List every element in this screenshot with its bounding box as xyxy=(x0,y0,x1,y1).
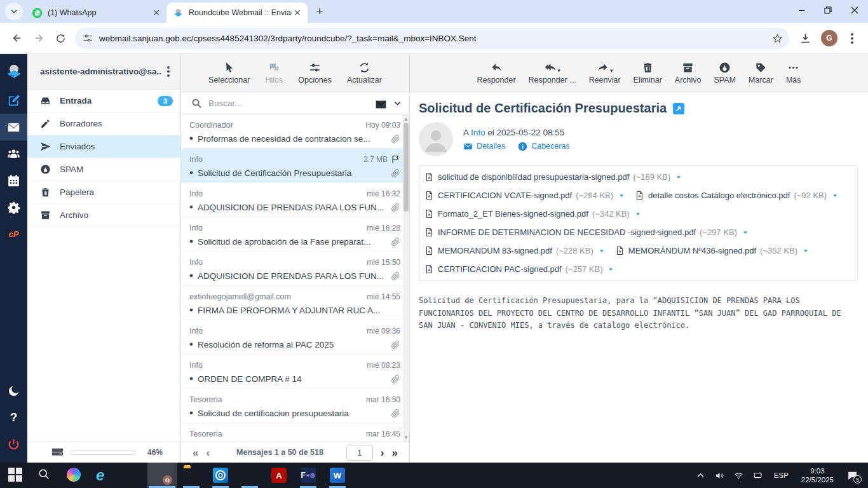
dropdown-caret-icon[interactable]: ▾ xyxy=(557,67,560,74)
first-page-button[interactable]: « xyxy=(189,447,202,458)
display-connect-icon[interactable] xyxy=(750,463,766,488)
attachment-item[interactable]: Formato_2_ET Bienes-signed-signed.pdf (~… xyxy=(424,205,651,223)
back-button[interactable] xyxy=(6,27,28,49)
next-page-button[interactable]: › xyxy=(377,447,388,458)
attachment-menu-caret-icon[interactable] xyxy=(803,248,809,254)
address-bar[interactable]: webmail.sanjuan.gob.ec/cpsess4485241302/… xyxy=(75,28,789,49)
page-number-input[interactable] xyxy=(346,445,373,461)
rail-item-logout[interactable] xyxy=(0,431,27,458)
attachment-item[interactable]: detalle costos Catálogo electrónico.pdf … xyxy=(635,186,848,205)
scroll-thumb[interactable] xyxy=(403,123,409,212)
taskbar-outlook[interactable]: O xyxy=(206,463,235,488)
last-page-button[interactable]: » xyxy=(388,447,402,458)
attachment-item[interactable]: MEMORANDUM 83-signed.pdf (~228 KB) xyxy=(424,241,615,260)
list-toolbar-options[interactable]: Opciones xyxy=(292,61,337,85)
list-toolbar-refresh[interactable]: Actualizar xyxy=(341,61,388,85)
message-toolbar-more[interactable]: Más xyxy=(780,61,807,85)
scroll-down-icon[interactable]: ▼ xyxy=(403,434,409,440)
volume-icon[interactable] xyxy=(712,463,728,488)
message-list-item[interactable]: Coordinador Hoy 09:03 • Proformas de nec… xyxy=(181,114,403,149)
attachment-item[interactable]: INFORME DE DETERMINACION DE NECESIDAD -s… xyxy=(424,223,759,241)
rail-item-cpanel[interactable]: cP xyxy=(0,220,27,247)
rail-item-dark-mode[interactable] xyxy=(0,377,27,404)
site-controls-icon[interactable] xyxy=(83,33,93,43)
attachment-item[interactable]: CERTIFICACION VCATE-signed.pdf (~264 KB) xyxy=(424,186,635,205)
taskbar-chrome[interactable]: G xyxy=(147,463,177,488)
rail-item-settings[interactable] xyxy=(0,194,27,220)
new-tab-button[interactable]: + xyxy=(311,3,328,20)
close-window-button[interactable] xyxy=(841,0,868,20)
rail-item-compose[interactable] xyxy=(0,87,27,114)
bookmark-star-icon[interactable] xyxy=(772,33,783,44)
dropdown-caret-icon[interactable]: ▾ xyxy=(610,67,613,74)
notification-center-button[interactable]: 5 xyxy=(841,463,863,488)
rail-item-help[interactable]: ? xyxy=(0,404,27,431)
browser-tab[interactable]: (1) WhatsApp xyxy=(25,3,166,23)
list-toolbar-select[interactable]: Seleccionar xyxy=(203,61,255,85)
taskbar-fes-app[interactable]: F≡⚙ xyxy=(294,463,323,488)
folder-borradores[interactable]: Borradores xyxy=(27,112,180,135)
tab-close-icon[interactable] xyxy=(292,8,302,18)
keyboard-language[interactable]: ESP xyxy=(769,471,794,479)
rail-item-contacts[interactable] xyxy=(0,140,27,167)
message-toolbar-archive[interactable]: Archivo xyxy=(669,61,707,85)
list-toolbar-threads[interactable]: Hilos xyxy=(259,61,288,85)
message-list-item[interactable]: Info mié 15:50 • ADQUISICION DE PRENDAS … xyxy=(181,252,403,286)
folder-enviados[interactable]: Enviados xyxy=(27,135,180,158)
tray-chevron-up-icon[interactable] xyxy=(693,463,709,488)
prev-page-button[interactable]: ‹ xyxy=(202,447,214,458)
folder-entrada[interactable]: Entrada 3 xyxy=(27,90,180,112)
message-toolbar-forward[interactable]: ▾ Reenviar xyxy=(583,61,627,85)
taskbar-acrobat[interactable]: A xyxy=(264,463,294,488)
taskbar-word[interactable]: W xyxy=(323,463,352,488)
url-text[interactable]: webmail.sanjuan.gob.ec/cpsess4485241302/… xyxy=(99,34,772,43)
reload-button[interactable] xyxy=(50,27,71,49)
browser-tab[interactable]: Roundcube Webmail :: Enviados xyxy=(166,3,308,23)
tab-search-button[interactable] xyxy=(5,3,23,20)
message-list-item[interactable]: extinfuegojamell@gmail.com mié 14:55 • F… xyxy=(181,286,403,320)
message-list-item[interactable]: Info mié 08:23 • ORDEN DE COMPRA # 14 xyxy=(181,355,403,389)
attachment-item[interactable]: CERTIFICACION PAC-signed.pdf (~257 KB) xyxy=(424,260,624,278)
clock[interactable]: 9:03 22/5/2025 xyxy=(796,466,839,484)
minimize-button[interactable] xyxy=(788,0,815,20)
folder-archivo[interactable]: Archivo xyxy=(27,204,180,227)
open-in-new-window-icon[interactable] xyxy=(673,103,684,114)
message-toolbar-delete[interactable]: Eliminar xyxy=(628,61,668,85)
message-toolbar-spam[interactable]: SPAM xyxy=(709,61,742,85)
taskbar-file-explorer[interactable] xyxy=(177,463,206,488)
attachment-menu-caret-icon[interactable] xyxy=(599,248,605,254)
tab-close-icon[interactable] xyxy=(151,8,161,18)
message-list-item[interactable]: Info 2.7 MB • Solicitud de Certificación… xyxy=(181,149,403,183)
message-toolbar-mark[interactable]: Marcar xyxy=(743,61,779,85)
wifi-icon[interactable] xyxy=(731,463,747,488)
attachment-menu-caret-icon[interactable] xyxy=(618,193,625,199)
browser-menu-button[interactable] xyxy=(843,27,862,49)
rail-item-calendar[interactable] xyxy=(0,167,27,194)
message-toolbar-reply-all[interactable]: ▾ Responder ... xyxy=(523,61,582,85)
message-list-item[interactable]: Info mié 09:36 • Resolución de reforma a… xyxy=(181,320,403,355)
attachment-menu-caret-icon[interactable] xyxy=(832,193,838,199)
message-toolbar-reply[interactable]: Responder xyxy=(471,61,521,85)
headers-link[interactable]: Cabeceras xyxy=(518,142,569,151)
taskbar-edge[interactable] xyxy=(118,463,147,488)
attachment-item[interactable]: MEMORÁNDUM Nº436-signed.pdf (~352 KB) xyxy=(615,241,819,260)
folder-spam[interactable]: SPAM xyxy=(27,158,180,181)
rail-item-mail[interactable] xyxy=(0,114,27,140)
search-input[interactable] xyxy=(208,98,375,108)
attachment-menu-caret-icon[interactable] xyxy=(675,174,682,180)
account-menu-icon[interactable] xyxy=(161,65,175,79)
profile-avatar[interactable]: G xyxy=(821,30,837,46)
message-list-item[interactable]: Info mié 16:32 • ADQUISICION DE PRENDAS … xyxy=(181,183,403,217)
list-scrollbar[interactable]: ▲ ▼ xyxy=(403,114,409,442)
restore-button[interactable] xyxy=(815,0,841,20)
scroll-up-icon[interactable]: ▲ xyxy=(403,116,409,122)
message-list-item[interactable]: Tesoreria mar 16:50 • Solicitud de certi… xyxy=(181,389,403,423)
taskbar-search[interactable] xyxy=(31,463,60,488)
attachment-menu-caret-icon[interactable] xyxy=(635,211,641,217)
attachment-menu-caret-icon[interactable] xyxy=(742,229,749,236)
search-options-chevron-icon[interactable] xyxy=(393,99,402,107)
forward-button[interactable] xyxy=(28,27,50,49)
attachment-item[interactable]: solicitud de disponibilidad presupuestar… xyxy=(424,168,692,186)
downloads-button[interactable] xyxy=(794,27,816,49)
message-list-item[interactable]: Tesoreria mar 16:45 • xyxy=(181,423,403,442)
